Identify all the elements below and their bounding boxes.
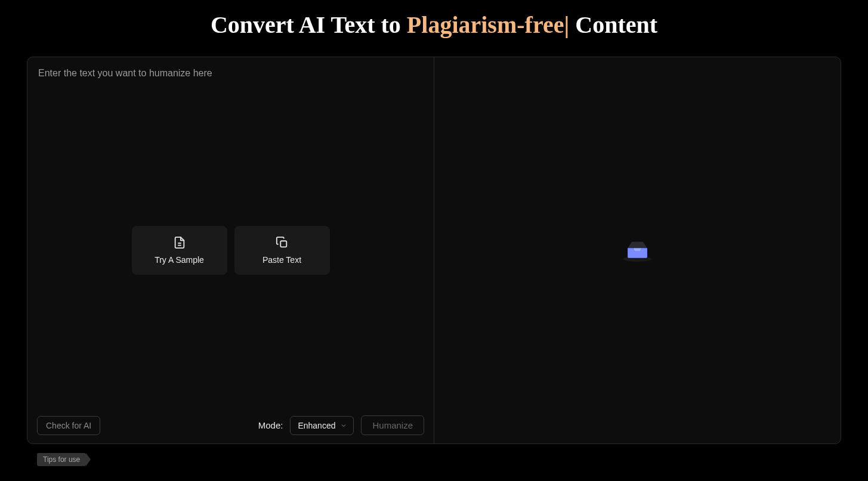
humanize-button[interactable]: Humanize bbox=[361, 415, 424, 435]
empty-state bbox=[621, 238, 654, 262]
inbox-empty-icon bbox=[621, 238, 654, 262]
mode-select[interactable]: Enhanced bbox=[290, 416, 354, 435]
chevron-down-icon bbox=[340, 422, 347, 429]
try-sample-label: Try A Sample bbox=[155, 255, 204, 265]
check-ai-button[interactable]: Check for AI bbox=[37, 416, 100, 435]
paste-text-button[interactable]: Paste Text bbox=[234, 226, 330, 275]
svg-rect-2 bbox=[280, 241, 286, 247]
title-cursor: | bbox=[564, 11, 569, 38]
main-panel: Enter the text you want to humanize here… bbox=[27, 57, 841, 444]
document-icon bbox=[173, 236, 186, 249]
output-pane bbox=[434, 57, 841, 443]
title-prefix: Convert AI Text to bbox=[211, 11, 407, 38]
title-suffix: Content bbox=[569, 11, 657, 38]
title-highlight: Plagiarism-free bbox=[407, 11, 564, 38]
mode-label: Mode: bbox=[258, 420, 283, 430]
copy-icon bbox=[276, 236, 289, 249]
input-action-buttons: Try A Sample Paste Text bbox=[132, 226, 330, 275]
page-title: Convert AI Text to Plagiarism-free| Cont… bbox=[0, 0, 868, 57]
paste-text-label: Paste Text bbox=[262, 255, 301, 265]
input-bottom-bar: Check for AI Mode: Enhanced Humanize bbox=[27, 407, 434, 443]
try-sample-button[interactable]: Try A Sample bbox=[132, 226, 227, 275]
input-pane: Enter the text you want to humanize here… bbox=[27, 57, 434, 443]
tips-for-use-tag[interactable]: Tips for use bbox=[37, 453, 86, 466]
mode-select-value: Enhanced bbox=[298, 421, 335, 430]
